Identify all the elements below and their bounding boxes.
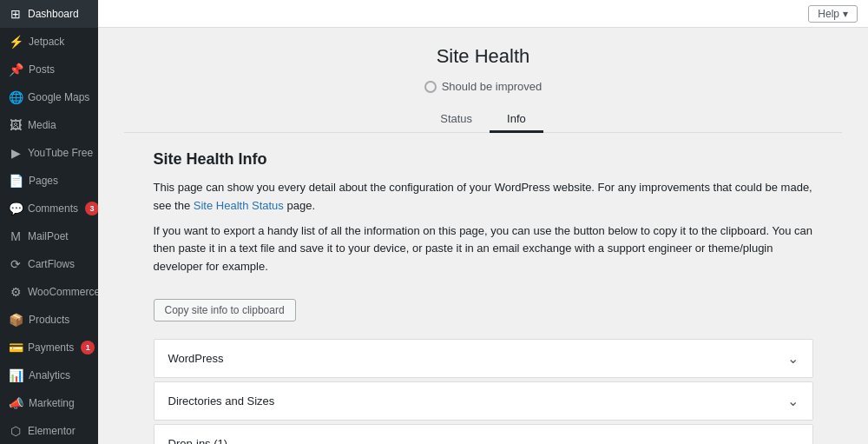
chevron-icon-directories-sizes: ⌄ [787,393,799,409]
analytics-icon: 📊 [9,368,23,382]
tabs: StatusInfo [124,107,842,133]
accordion-container: WordPress⌄Directories and Sizes⌄Drop-ins… [154,339,813,444]
payments-icon: 💳 [9,341,23,355]
badge-payments: 1 [81,341,95,355]
sidebar-label-media: Media [28,119,56,131]
chevron-down-icon: ▾ [843,8,848,20]
sidebar-label-payments: Payments [28,341,74,354]
pages-icon: 📄 [9,174,23,188]
accordion-header-directories-sizes[interactable]: Directories and Sizes⌄ [155,382,812,420]
tab-info[interactable]: Info [490,107,543,133]
sidebar-label-mailpoet: MailPoet [28,230,69,242]
sidebar-label-products: Products [29,314,69,326]
posts-icon: 📌 [9,63,23,76]
elementor-icon: ⬡ [9,424,23,438]
chevron-icon-wordpress: ⌄ [787,350,799,367]
sidebar-item-pages[interactable]: 📄Pages [0,167,98,195]
youtube-free-icon: ▶ [9,146,23,160]
site-health-status-link[interactable]: Site Health Status [194,199,284,212]
sidebar-item-marketing[interactable]: 📣Marketing [0,389,98,417]
sidebar-label-comments: Comments [28,202,78,215]
main-area: Help ▾ Site Health Should be improved St… [98,0,868,444]
sidebar-item-jetpack[interactable]: ⚡Jetpack [0,28,98,56]
comments-icon: 💬 [9,202,23,215]
woocommerce-icon: ⚙ [9,285,23,299]
mailpoet-icon: M [9,229,23,243]
accordion-label-wordpress: WordPress [168,352,224,365]
accordion-item-drop-ins: Drop-ins (1)⌄ [154,424,813,444]
sidebar-item-comments[interactable]: 💬Comments3 [0,195,98,222]
accordion-item-wordpress: WordPress⌄ [154,339,813,378]
copy-site-info-button[interactable]: Copy site info to clipboard [154,299,296,321]
help-button[interactable]: Help ▾ [808,5,858,23]
sidebar: ⊞Dashboard⚡Jetpack📌Posts🌐Google Maps🖼Med… [0,0,98,444]
status-circle [424,81,437,93]
sidebar-item-media[interactable]: 🖼Media [0,111,98,139]
sidebar-item-elementor[interactable]: ⬡Elementor [0,417,98,444]
content-area: Site Health Should be improved StatusInf… [98,28,868,444]
sidebar-label-analytics: Analytics [29,369,70,381]
sidebar-item-cartflows[interactable]: ⟳CartFlows [0,250,98,278]
sidebar-label-pages: Pages [29,175,58,187]
marketing-icon: 📣 [9,396,23,410]
products-icon: 📦 [9,313,23,327]
accordion-label-drop-ins: Drop-ins (1) [168,437,228,444]
status-indicator: Should be improved [124,80,842,93]
dashboard-icon: ⊞ [9,7,23,21]
accordion-label-directories-sizes: Directories and Sizes [168,394,275,408]
sidebar-label-elementor: Elementor [28,425,76,437]
status-text: Should be improved [442,80,542,93]
accordion-item-directories-sizes: Directories and Sizes⌄ [154,381,813,421]
info-para2: If you want to export a handy list of al… [154,222,813,276]
sidebar-item-posts[interactable]: 📌Posts [0,56,98,83]
sidebar-item-analytics[interactable]: 📊Analytics [0,361,98,389]
sidebar-item-dashboard[interactable]: ⊞Dashboard [0,0,98,28]
sidebar-label-marketing: Marketing [29,397,75,409]
sidebar-item-mailpoet[interactable]: MMailPoet [0,222,98,250]
sidebar-item-woocommerce[interactable]: ⚙WooCommerce [0,278,98,306]
accordion-header-drop-ins[interactable]: Drop-ins (1)⌄ [155,425,812,444]
sidebar-label-cartflows: CartFlows [28,258,75,270]
info-section: Site Health Info This page can show you … [154,150,813,444]
cartflows-icon: ⟳ [9,257,23,271]
sidebar-item-products[interactable]: 📦Products [0,306,98,334]
jetpack-icon: ⚡ [9,35,23,49]
info-para1: This page can show you every detail abou… [154,179,813,215]
sidebar-label-woocommerce: WooCommerce [28,286,98,298]
chevron-icon-drop-ins: ⌄ [787,435,799,444]
info-heading: Site Health Info [154,150,813,169]
sidebar-label-dashboard: Dashboard [28,8,79,20]
topbar: Help ▾ [98,0,868,28]
accordion-header-wordpress[interactable]: WordPress⌄ [155,340,812,377]
sidebar-item-google-maps[interactable]: 🌐Google Maps [0,83,98,111]
media-icon: 🖼 [9,118,23,132]
sidebar-label-jetpack: Jetpack [29,36,64,48]
sidebar-label-posts: Posts [29,63,55,76]
sidebar-item-payments[interactable]: 💳Payments1 [0,334,98,361]
badge-comments: 3 [85,202,98,215]
sidebar-label-google-maps: Google Maps [28,91,89,103]
tab-status[interactable]: Status [423,107,490,133]
sidebar-label-youtube-free: YouTube Free [28,147,93,159]
google-maps-icon: 🌐 [9,90,23,104]
sidebar-item-youtube-free[interactable]: ▶YouTube Free [0,139,98,167]
page-title: Site Health [124,45,842,68]
help-label: Help [818,8,839,20]
